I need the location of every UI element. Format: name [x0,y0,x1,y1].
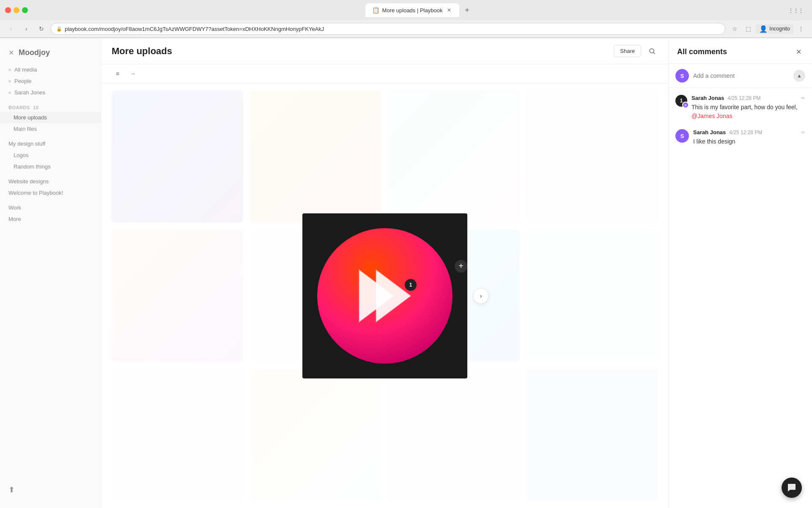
list-view-button[interactable]: ≡ [112,68,123,80]
sidebar-item-label: Website designs [8,178,49,185]
comments-header: All comments ✕ [669,38,812,64]
comment-edit-button[interactable]: ✏ [801,95,805,101]
main-toolbar: ≡ → [102,64,668,83]
comment-author: Sarah Jonas [691,95,724,101]
sidebar-item-welcome[interactable]: Welcome to Playbook! [0,187,101,199]
comment-time: 4/25 12:28 PM [729,130,762,135]
comment-edit-button[interactable]: ✏ [801,130,805,135]
viewer-image[interactable]: 1 + [302,213,467,378]
dot-icon [8,91,11,94]
comment-input-area: S ▲ [669,64,812,88]
sidebar-nav-section: All media People Sarah Jones [0,64,101,98]
playbook-logo [317,228,453,364]
comment-number-badge[interactable]: 1 S [675,95,687,107]
sidebar-item-label: All media [14,66,37,73]
app-container: ✕ Moodjoy All media People Sarah Jones B… [0,38,812,508]
url-text: playbook.com/moodjoy/oF8aow1mC6JgTsAzWWG… [65,26,324,32]
sidebar-item-all-media[interactable]: All media [0,64,101,75]
comment-item: S Sarah Jonas 4/25 12:28 PM ✏ I like thi… [675,129,805,146]
bookmark-button[interactable]: ☆ [729,23,741,35]
comment-submit-button[interactable]: ▲ [793,70,805,82]
sidebar-boards-section: Boards 10 More uploads Main files [0,102,101,135]
new-tab-button[interactable]: + [461,4,473,16]
image-viewer-overlay: 1 + › [102,83,668,508]
sidebar-item-label: Work [8,204,21,211]
main-header: More uploads Share [102,38,668,64]
sidebar-item-my-design-stuff[interactable]: My design stuff [0,138,101,149]
sidebar-item-random-things[interactable]: Random things [0,161,101,172]
comment-body: Sarah Jonas 4/25 12:28 PM ✏ I like this … [693,129,805,146]
sidebar-item-label: More [8,216,21,222]
reload-button[interactable]: ↻ [36,23,47,35]
incognito-label: Incognito [769,26,790,32]
upload-icon: ⬆ [8,485,15,494]
main-title: More uploads [112,46,172,57]
browser-menu-button[interactable]: ⋮ [795,23,807,35]
comments-title: All comments [677,47,793,56]
sidebar-item-website-designs[interactable]: Website designs [0,176,101,187]
tab-title: More uploads | Playbook [382,7,443,14]
header-actions: Share [614,45,658,57]
sidebar-item-people[interactable]: People [0,75,101,87]
incognito-badge[interactable]: 👤 Incognito [756,24,793,34]
comment-pin-badge-container: 1 S [675,95,687,121]
tab-bar: 📋 More uploads | Playbook ✕ + [332,3,507,17]
sidebar-close-button[interactable]: ✕ [7,49,15,57]
sidebar-item-logos[interactable]: Logos [0,149,101,161]
sidebar-design-section: My design stuff Logos Random things [0,138,101,172]
sidebar-item-label: People [14,78,31,84]
search-icon [649,48,656,55]
tab-close-button[interactable]: ✕ [446,7,453,14]
main-content: More uploads Share ≡ → [102,38,668,508]
cast-button[interactable]: ⬚ [742,23,754,35]
back-button[interactable]: ‹ [5,23,17,35]
lock-icon: 🔒 [56,26,62,32]
sidebar-work-section: Work More [0,202,101,225]
address-bar[interactable]: 🔒 playbook.com/moodjoy/oF8aow1mC6JgTsAzW… [51,23,725,35]
add-pin-icon: + [458,261,464,271]
image-viewer: 1 + › [302,213,467,378]
sidebar-item-more[interactable]: More [0,213,101,225]
browser-actions: ☆ ⬚ 👤 Incognito ⋮ [729,23,807,35]
sidebar-section-header: Boards 10 [0,102,101,112]
sidebar-upload-button[interactable]: ⬆ [0,478,101,501]
forward-button[interactable]: › [20,23,32,35]
sidebar-item-label: Logos [14,152,28,158]
search-button[interactable] [646,45,658,57]
sidebar-item-sarah-jones[interactable]: Sarah Jones [0,87,101,98]
share-button[interactable]: Share [614,45,641,57]
comment-input[interactable] [693,72,789,79]
browser-toolbar: ‹ › ↻ 🔒 playbook.com/moodjoy/oF8aow1mC6J… [0,20,812,38]
sidebar-item-label: More uploads [14,114,47,121]
comments-list: 1 S Sarah Jonas 4/25 12:28 PM ✏ This is … [669,88,812,508]
comments-close-button[interactable]: ✕ [793,47,804,57]
viewer-nav-next[interactable]: › [473,288,488,304]
chat-button[interactable] [782,478,802,498]
maximize-window-button[interactable] [22,7,28,13]
comment-meta: Sarah Jonas 4/25 12:28 PM ✏ [693,129,805,135]
active-tab[interactable]: 📋 More uploads | Playbook ✕ [365,3,460,17]
browser-menu[interactable]: ⋮⋮⋮ [788,8,807,14]
sidebar-item-main-files[interactable]: Main files [0,123,101,135]
add-comment-pin[interactable]: + [455,260,467,273]
comments-panel: All comments ✕ S ▲ 1 S Sarah J [668,38,812,508]
comment-meta: Sarah Jonas 4/25 12:28 PM ✏ [691,95,805,101]
comment-mention[interactable]: @James Jonas [691,113,732,119]
sidebar-item-work[interactable]: Work [0,202,101,213]
comment-text: This is my favorite part, how do you fee… [691,103,805,121]
dot-icon [8,80,11,83]
submit-icon: ▲ [797,73,802,79]
pin-number: 1 [409,282,412,288]
sidebar-item-label: My design stuff [8,141,45,147]
traffic-lights [5,7,28,13]
comment-pin-1[interactable]: 1 [405,279,417,291]
chat-icon [787,483,796,492]
sidebar-item-label: Welcome to Playbook! [8,190,63,196]
sidebar-brand: Moodjoy [19,48,50,57]
sidebar-item-more-uploads[interactable]: More uploads [0,112,101,123]
close-window-button[interactable] [5,7,11,13]
next-button[interactable]: → [127,68,139,80]
minimize-window-button[interactable] [14,7,19,13]
list-icon: ≡ [116,70,119,77]
play-icon [347,258,423,334]
